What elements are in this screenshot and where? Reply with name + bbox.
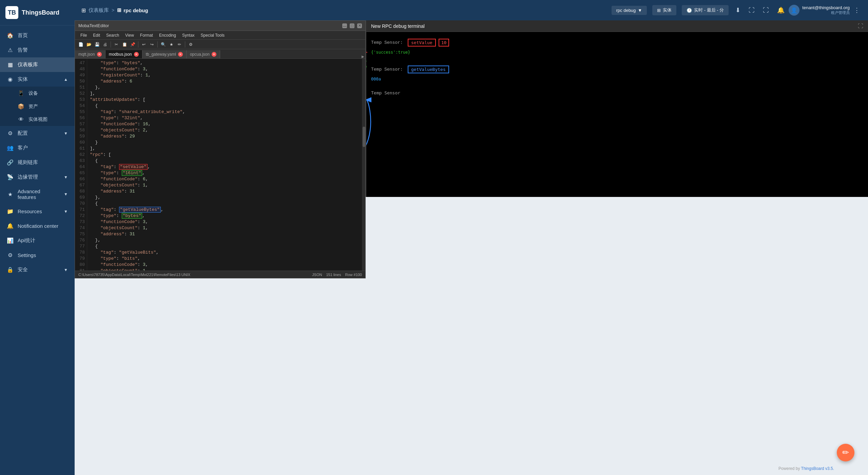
editor-scrollbar[interactable] [362,59,365,271]
sidebar-item-assets[interactable]: 📦 资产 [18,100,75,113]
rpc-debug-button[interactable]: rpc debug ▼ [612,6,647,15]
tb-sep1 [111,41,111,48]
tab-tbgateway-label: tb_gateway.yaml [146,52,176,57]
realtime-label: 实体 [663,7,672,13]
tab-modbus-label: modbus.json [109,52,132,57]
advanced-label: Advanced features [18,188,60,200]
assets-label: 资产 [28,104,68,110]
user-role: 租户管理员 [802,10,850,15]
api-stats-icon: 📊 [7,237,14,244]
realtime-button[interactable]: ⊞ 实体 [652,5,676,15]
tb-undo[interactable]: ↩ [140,41,148,48]
tb-mark[interactable]: ✏ [176,41,183,48]
menu-format[interactable]: Format [137,32,156,39]
menu-encoding[interactable]: Encoding [156,32,179,39]
content-area: MobaTextEditor — □ ✕ File Edit Search Vi… [75,20,868,475]
tb-find[interactable]: 🔍 [159,41,167,48]
rpc-expand-button[interactable]: ⛶ [858,23,863,29]
menu-view[interactable]: View [122,32,137,39]
tb-cut[interactable]: ✂ [113,41,120,48]
sidebar-item-rulechain[interactable]: 🔗 规则链库 [0,155,75,170]
tb-open[interactable]: 📂 [85,41,93,48]
code-line-74: "objectsCount": 1, [90,225,359,231]
download-button[interactable]: ⬇ [734,5,742,15]
sidebar-item-edge[interactable]: 📡 边缘管理 ▼ [0,170,75,184]
tab-modbus[interactable]: modbus.json ✕ [105,50,142,58]
menu-special-tools[interactable]: Special Tools [198,32,228,39]
sidebar-item-customer[interactable]: 👥 客户 [0,141,75,155]
code-line-73: "functionCode": 3, [90,219,359,225]
home-icon: 🏠 [7,32,14,39]
editor-maximize[interactable]: □ [350,23,354,28]
tab-opcua-close[interactable]: ✕ [212,52,216,57]
monitor-button[interactable]: 🕐 实时 - 最后 - 分 [682,5,729,15]
notification-label: Notification center [18,223,68,229]
fab-button[interactable]: ✏ [837,444,854,461]
sidebar-item-dashboards[interactable]: ▦ 仪表板库 [0,57,75,72]
tb-copy[interactable]: 📋 [121,41,128,48]
tb-print[interactable]: 🖨 [101,41,109,48]
tb-paste[interactable]: 📌 [129,41,136,48]
home-label: 首页 [18,32,68,39]
sidebar-item-alerts[interactable]: ⚠ 告警 [0,43,75,57]
code-line-61: ], [90,146,359,152]
rpc-content: Temp Sensor: setValue 10 {'success':true… [366,32,868,197]
tb-new[interactable]: 📄 [77,41,84,48]
tb-bookmark[interactable]: ★ [168,41,175,48]
menu-syntax[interactable]: Syntax [179,32,197,39]
tb-redo[interactable]: ↪ [148,41,156,48]
sidebar-item-config[interactable]: ⚙ 配置 ▼ [0,126,75,141]
sidebar-item-entity-view[interactable]: 👁 实体视图 [18,113,75,126]
bell-button[interactable]: 🔔 [776,5,786,15]
realtime-icon: ⊞ [657,8,661,13]
tab-opcua[interactable]: opcua.json ✕ [187,50,220,58]
tab-modbus-close[interactable]: ✕ [134,52,139,57]
entities-chevron: ▲ [64,77,68,82]
sidebar-item-settings[interactable]: ⚙ Settings [0,248,75,262]
menu-edit[interactable]: Edit [90,32,103,39]
sidebar-item-resources[interactable]: 📁 Resources ▼ [0,204,75,219]
screen-button[interactable]: ⛶ [747,5,756,15]
entities-icon: ◉ [7,76,14,83]
sidebar-item-entities[interactable]: ◉ 实体 ▲ [0,72,75,87]
menu-file[interactable]: File [78,32,90,39]
code-line-56: "type": "32int", [90,115,359,121]
menu-search[interactable]: Search [103,32,122,39]
tab-tbgateway[interactable]: tb_gateway.yaml ✕ [142,50,187,58]
tab-mqtt[interactable]: mqtt.json ✕ [75,50,105,58]
expand-button[interactable]: ⛶ [761,5,770,15]
sidebar-logo[interactable]: TB ThingsBoard [0,0,75,25]
code-line-66: "functionCode": 6, [90,176,359,182]
sidebar-item-devices[interactable]: 📱 设备 [18,87,75,100]
rpc-setValue-cmd: setValue [408,39,436,47]
rpc-terminal-title: New RPC debug terminal [371,23,858,29]
tab-scroll[interactable]: ▶ [361,55,365,58]
sidebar-item-advanced[interactable]: ★ Advanced features ▼ [0,184,75,204]
tb-extra[interactable]: ⚙ [187,41,194,48]
sidebar-item-security[interactable]: 🔒 安全 ▼ [0,262,75,277]
tb-save[interactable]: 💾 [93,41,101,48]
editor-minimize[interactable]: — [342,23,347,28]
edge-icon: 📡 [7,174,14,180]
user-menu-button[interactable]: ⋮ [852,5,861,15]
sidebar-item-api-stats[interactable]: 📊 Api统计 [0,233,75,248]
sidebar-item-notification[interactable]: 🔔 Notification center [0,219,75,233]
code-line-67: "objectsCount": 1, [90,182,359,188]
security-icon: 🔒 [7,267,14,273]
code-line-65: "type": "16int", [90,170,359,176]
devices-icon: 📱 [18,90,24,96]
code-line-81: "objectsCount": 1, [90,268,359,271]
user-info-container: 🔔 👤 tenant@thingsboard.org 租户管理员 ⋮ [776,5,861,16]
sidebar-item-home[interactable]: 🏠 首页 [0,28,75,43]
editor-tabs: mqtt.json ✕ modbus.json ✕ tb_gateway.yam… [75,49,365,59]
app-name: ThingsBoard [22,9,59,16]
customer-icon: 👥 [7,145,14,151]
tab-mqtt-close[interactable]: ✕ [97,52,102,57]
breadcrumb-parent[interactable]: 仪表板库 [89,7,109,14]
config-label: 配置 [18,130,60,136]
powered-link[interactable]: ThingsBoard v3.5. [801,466,834,471]
editor-close[interactable]: ✕ [357,23,362,28]
tab-tbgateway-close[interactable]: ✕ [178,52,183,57]
code-content[interactable]: "type": "bytes", "functionCode": 3, "reg… [87,59,362,271]
entity-view-label: 实体视图 [28,116,68,123]
